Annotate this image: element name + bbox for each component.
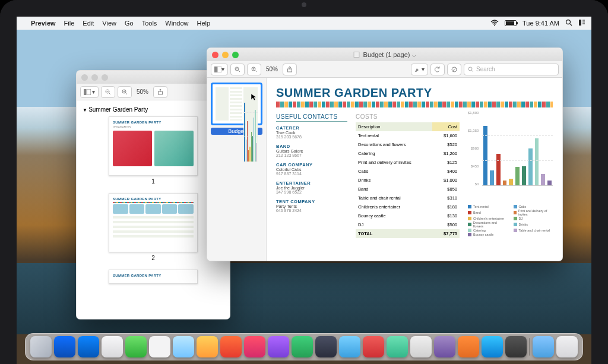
contact-block: BANDGuitars Galore212 123 8667 [276, 144, 347, 157]
contacts-heading: USEFUL CONTACTS [276, 113, 347, 122]
share-button[interactable] [153, 86, 167, 98]
close-button[interactable] [212, 52, 218, 58]
svg-point-1 [566, 20, 571, 24]
preview-window-front[interactable]: Budget (1 page) ⌵ ▾ 50% ▾ [207, 48, 563, 261]
dock-app[interactable] [102, 336, 123, 357]
menu-edit[interactable]: Edit [83, 20, 94, 27]
clock[interactable]: Tue 9:41 AM [522, 20, 559, 27]
menu-file[interactable]: File [64, 20, 75, 27]
markup-button[interactable] [447, 64, 461, 75]
close-button[interactable] [81, 74, 88, 81]
costs-row: Band$850 [356, 185, 460, 194]
titlebar[interactable]: Budget (1 page) ⌵ [207, 48, 562, 61]
contact-block: TENT COMPANYParty Tents646 876 2424 [276, 199, 347, 213]
dock-app[interactable] [244, 336, 265, 357]
dock-app[interactable] [125, 336, 147, 357]
menu-help[interactable]: Help [197, 20, 210, 27]
dock-app[interactable] [30, 336, 52, 357]
costs-header-description: Description [356, 122, 432, 131]
zoom-button[interactable] [102, 74, 108, 81]
dock-app[interactable] [292, 336, 313, 357]
costs-row: Decorations and flowers$520 [356, 140, 460, 149]
chart-bar [541, 174, 545, 185]
minimize-button[interactable] [91, 74, 98, 81]
dock-app[interactable] [315, 336, 337, 357]
menu-window[interactable]: Window [165, 20, 188, 27]
webcam [302, 2, 306, 7]
dock-app[interactable] [533, 336, 554, 357]
zoom-in-button[interactable] [247, 64, 261, 75]
dock-app[interactable] [268, 336, 289, 357]
svg-rect-8 [87, 89, 91, 95]
dock-app[interactable] [173, 336, 194, 357]
thumbnail-sidebar: Budget [207, 78, 267, 261]
legend-item: Drinks [514, 221, 553, 228]
svg-rect-7 [84, 89, 86, 95]
page-thumbnail-1[interactable]: SUMMER GARDEN PARTY ORGANIZATION [109, 116, 198, 176]
dock-app[interactable] [410, 336, 432, 357]
costs-heading: COSTS [356, 113, 460, 120]
sidebar-toggle[interactable]: ▾ [80, 86, 99, 98]
zoom-out-button[interactable] [101, 86, 115, 98]
costs-table: Description Cost Tent rental$1,600Decora… [356, 122, 460, 238]
dock-app[interactable] [220, 336, 242, 357]
dock[interactable] [25, 333, 583, 360]
menu-view[interactable]: View [102, 20, 116, 27]
bunting-decoration [276, 102, 553, 107]
page-number-1: 1 [80, 178, 226, 185]
contact-block: CAR COMPANYColorful Cabs917 887 3114 [276, 162, 347, 176]
zoom-out-button[interactable] [230, 64, 245, 75]
app-menu[interactable]: Preview [31, 20, 56, 27]
contact-block: CATERERTrue Cook315 203 5678 [276, 125, 347, 139]
zoom-button[interactable] [232, 52, 239, 58]
costs-row: Bouncy castle$130 [356, 211, 460, 220]
rotate-button[interactable] [430, 64, 445, 75]
legend-item: Cabs [514, 205, 553, 208]
menu-go[interactable]: Go [125, 20, 134, 27]
dock-app[interactable] [556, 336, 578, 357]
notification-center-icon[interactable] [578, 19, 585, 27]
dock-app[interactable] [54, 336, 75, 357]
sidebar-title[interactable]: Summer Garden Party [83, 106, 226, 113]
battery-icon[interactable] [505, 20, 517, 26]
page-number-2: 2 [80, 255, 226, 261]
dock-app[interactable] [434, 336, 455, 357]
svg-line-24 [255, 70, 257, 72]
dock-app[interactable] [387, 336, 408, 357]
zoom-in-button[interactable] [118, 86, 132, 98]
sidebar-toggle[interactable]: ▾ [211, 64, 228, 75]
chart-bar [528, 148, 533, 186]
legend-item: Table and chair rental [514, 229, 553, 232]
dock-app[interactable] [458, 336, 479, 357]
costs-row: Children's entertainer$180 [356, 202, 460, 211]
spotlight-icon[interactable] [565, 19, 572, 27]
toolbar: ▾ 50% ▾ Search [207, 61, 562, 78]
chart-bar [515, 167, 520, 185]
wifi-icon[interactable] [490, 20, 499, 27]
svg-rect-3 [579, 20, 581, 26]
page-thumbnail-3[interactable]: SUMMER GARDEN PARTY [109, 270, 198, 284]
costs-row: Table and chair rental$310 [356, 194, 460, 202]
dock-app[interactable] [505, 336, 527, 357]
costs-row: Drinks$1,000 [356, 176, 460, 185]
chart-legend: Tent rentalCabsBandPrint and delivery of… [468, 205, 553, 236]
dock-app[interactable] [482, 336, 503, 357]
dock-app[interactable] [339, 336, 360, 357]
dock-app[interactable] [78, 336, 99, 357]
search-field[interactable]: Search [464, 64, 559, 75]
legend-item: Children's entertainer [468, 217, 508, 220]
menu-tools[interactable]: Tools [142, 20, 157, 27]
dock-app[interactable] [197, 336, 218, 357]
page-thumbnail-selected[interactable] [211, 83, 262, 125]
chart-bar [522, 166, 526, 186]
share-button[interactable] [283, 64, 297, 75]
highlight-button[interactable]: ▾ [411, 64, 428, 75]
costs-total-row: TOTAL$7,775 [356, 229, 460, 238]
dock-app[interactable] [149, 336, 170, 357]
minimize-button[interactable] [222, 52, 229, 58]
document-canvas[interactable]: SUMMER GARDEN PARTY USEFUL CONTACTS CATE… [267, 78, 562, 261]
svg-rect-19 [217, 67, 221, 72]
dock-app[interactable] [363, 336, 384, 357]
page-thumbnail-2[interactable]: SUMMER GARDEN PARTY [109, 193, 198, 252]
chart-bar [509, 179, 513, 185]
